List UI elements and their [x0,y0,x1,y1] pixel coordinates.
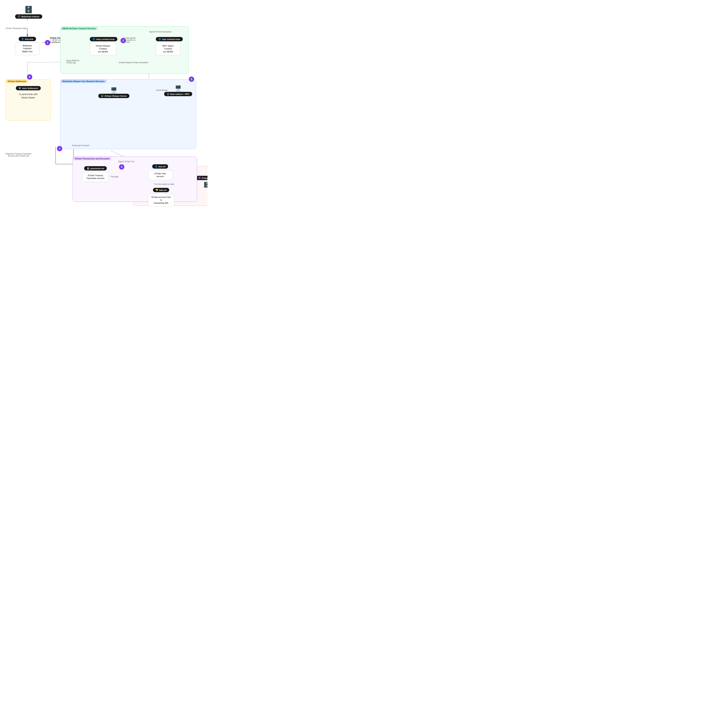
step-4: 4 [57,146,62,151]
mpc-contract-label: 🌐 mpc-contract.near [156,37,183,41]
xchain-settlement-label: XChain Settlement [6,79,28,83]
multichain-indexer-node: 🗄️ 🗄️ Multichain Indexer [15,6,42,19]
txn-user-label: Txn User wants to make [154,183,174,185]
ana-near-label: 👤 ana.near [19,37,36,41]
partnership-text: In partnership with Market Maker [6,92,51,100]
create-signed-label: Create signed transaction on XChain [124,37,136,43]
near-region: NEAR OnChain Contract Services Signed XC… [60,26,189,74]
xchain-relayer-contract-box: XChain Relayer Contract (on NEAR) [90,42,116,55]
emitted-signed-label: Emitted Signed XChain transaction [119,62,148,64]
signed-xchain-label: Signed XChain transaction [149,31,172,33]
ana-near-node: 👤 ana.near Multichain FastAuth Wallet Us… [15,37,40,55]
ana-sol-node: 👤 ana.sol XChain User account [148,164,172,180]
near-region-label: NEAR OnChain Contract Services [61,27,98,30]
bob-sol-label: 💛 bob.sol [153,188,169,192]
monitor-icon-1: 🖥️ [164,85,192,91]
auto-settlement-label: ⚙️ Auto Settlement [16,86,40,90]
ana-sol-label: 👤 ana.sol [152,164,168,169]
treasury-paymaster-box: XChain Treasury Paymaster account [82,172,108,182]
relay-contract-label: 🌐 relay-contract.near [90,37,117,41]
xchain-relayer-server-node: 🖥️ 🖥️ XChain Relayer Server [98,87,129,98]
step-5: 5 [119,164,124,169]
paymaster-sol-label: 🏦 paymaster.sol [84,166,107,170]
wallet-user-box: Multichain FastAuth Wallet User [15,42,40,55]
signed-xchain-txn-label: Signed XChain Txn [118,160,134,163]
multichain-indexer-label: 🗄️ Multichain Indexer [15,14,42,19]
paymaster-sol-node: 🏦 paymaster.sol XChain Treasury Paymaste… [82,166,108,182]
event-stream-label: Event Stream [156,89,168,91]
mpc-contract-node: 🌐 mpc-contract.near MPC Signer Contract … [156,37,183,55]
swap-near-label: Swap NEAR for XChain gas [66,59,80,64]
xchain-user-account-box: XChain User account [148,170,172,180]
server-icon-1: 🖥️ [98,87,129,93]
polygon-rpc-node: 🟣 Polygon RPC 🗄️ [196,176,208,188]
relay-contract-node: 🌐 relay-contract.near XChain Relayer Con… [90,37,117,55]
xchain-status-label: XChain Transaction status [6,27,28,29]
replenish-label: Replenish Treasury Paymaster Account wit… [6,153,32,157]
step-6: 6 [27,74,32,79]
xchain-txn-region: XChain Transactions and Accounts 🏦 payma… [72,156,197,202]
step-3: 3 [189,77,194,82]
db-icon: 🗄️ [15,6,42,14]
near-indexer-rpc-node: 🖥️ 🖥️ Near Indexer + RPC [164,85,192,96]
near-indexer-rpc-label: 🖥️ Near Indexer + RPC [164,92,192,96]
xchain-settlement-region: XChain Settlement ⚙️ Auto Settlement In … [6,79,51,121]
auto-settlement-node: ⚙️ Auto Settlement In partnership with M… [6,86,51,100]
fund-gas-label: Fund gas [111,176,119,178]
polygon-rpc-label: 🟣 Polygon RPC [196,176,208,180]
mpc-signer-box: MPC Signer Contract (on NEAR) [156,42,180,55]
xchain-txn-label-region: XChain Transactions and Accounts [73,157,111,160]
step-1: 1 [45,40,50,45]
xchain-account-transacting-box: XChain account User is transacting with [148,194,174,207]
bob-sol-node: 💛 bob.sol XChain account User is transac… [148,188,174,207]
diagram-container: 🗄️ 🗄️ Multichain Indexer XChain Transact… [0,0,208,11]
multichain-region-label: Multichain Relayer Core Backend Services [61,79,106,83]
server-icon-polygon: 🗄️ [196,182,208,188]
fund-user-label: Fund User's Account [72,144,89,147]
xchain-relayer-server-label: 🖥️ XChain Relayer Server [98,94,129,98]
multichain-region: Multichain Relayer Core Backend Services… [60,79,196,149]
